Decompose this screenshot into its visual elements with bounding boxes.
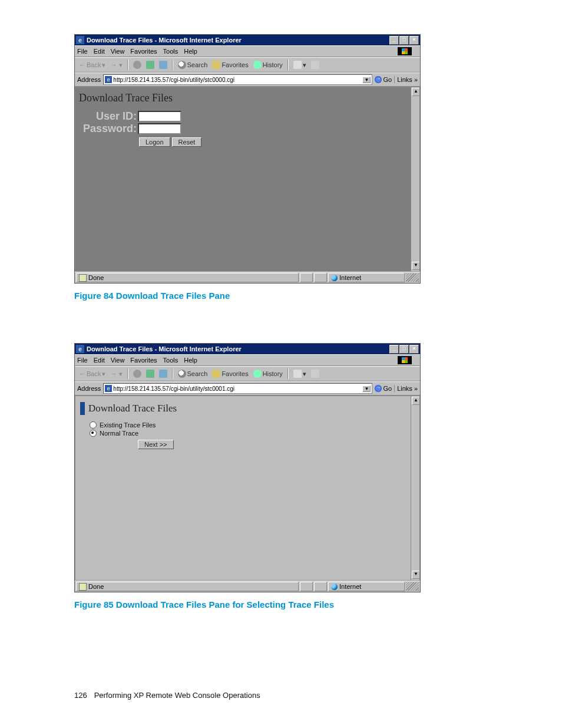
home-button[interactable] xyxy=(157,369,169,378)
scroll-up-icon[interactable]: ▲ xyxy=(412,88,420,96)
user-id-input[interactable] xyxy=(138,111,181,122)
menu-view[interactable]: View xyxy=(111,357,125,364)
internet-zone-icon xyxy=(331,275,338,281)
vertical-scrollbar[interactable]: ▲ ▼ xyxy=(411,396,419,580)
menu-help[interactable]: Help xyxy=(184,48,197,55)
figure-85-caption: Figure 85 Download Trace Files Pane for … xyxy=(74,599,488,610)
status-segment xyxy=(314,582,327,591)
stop-button[interactable] xyxy=(131,60,143,70)
ms-logo-icon xyxy=(398,47,412,55)
status-segment xyxy=(300,582,313,591)
menu-help[interactable]: Help xyxy=(184,357,197,364)
maximize-button[interactable]: □ xyxy=(399,36,409,45)
content-area-fig85: Download Trace Files Existing Trace File… xyxy=(75,396,420,581)
titlebar[interactable]: e Download Trace Files - Microsoft Inter… xyxy=(75,35,420,45)
menu-favorites[interactable]: Favorites xyxy=(130,48,157,55)
radio-existing-trace[interactable] xyxy=(90,421,97,429)
forward-button[interactable]: → ▾ xyxy=(108,370,124,378)
vertical-scrollbar[interactable]: ▲ ▼ xyxy=(411,87,419,271)
links-button[interactable]: Links » xyxy=(394,76,418,83)
address-bar: Address e http://158.214.135.57/cgi-bin/… xyxy=(75,73,420,87)
menu-view[interactable]: View xyxy=(111,48,125,55)
url-dropdown-icon[interactable]: ▼ xyxy=(362,77,371,83)
url-input[interactable]: e http://158.214.135.57/cgi-bin/utility/… xyxy=(103,383,372,394)
content-area-fig84: Download Trace Files User ID: Password: … xyxy=(75,87,420,272)
ms-logo-icon xyxy=(398,356,412,364)
maximize-button[interactable]: □ xyxy=(399,345,409,354)
back-button[interactable]: ← Back ▾ xyxy=(77,61,107,70)
home-button[interactable] xyxy=(157,60,169,70)
menu-edit[interactable]: Edit xyxy=(94,357,105,364)
page-heading: Download Trace Files xyxy=(75,87,419,110)
menu-favorites[interactable]: Favorites xyxy=(130,357,157,364)
scroll-down-icon[interactable]: ▼ xyxy=(412,262,420,270)
scroll-up-icon[interactable]: ▲ xyxy=(412,397,420,405)
password-label: Password: xyxy=(75,123,137,135)
statusbar: Done Internet xyxy=(75,581,420,592)
status-text: Done xyxy=(88,274,104,281)
mail-button[interactable]: ▾ xyxy=(292,60,308,70)
url-input[interactable]: e http://158.214.135.57/cgi-bin/utility/… xyxy=(103,74,372,85)
menubar: File Edit View Favorites Tools Help xyxy=(75,45,420,57)
history-button[interactable]: History xyxy=(252,60,285,70)
go-button[interactable]: Go xyxy=(375,385,392,392)
page-heading: Download Trace Files xyxy=(88,403,177,414)
radio-normal-label: Normal Trace xyxy=(100,430,138,437)
section-title: Performing XP Remote Web Console Operati… xyxy=(94,691,260,700)
resize-grip-icon[interactable] xyxy=(406,582,419,591)
minimize-button[interactable]: _ xyxy=(389,345,399,354)
refresh-button[interactable] xyxy=(144,60,156,70)
minimize-button[interactable]: _ xyxy=(389,36,399,45)
page-number: 126 xyxy=(74,691,92,700)
url-dropdown-icon[interactable]: ▼ xyxy=(362,386,371,392)
menu-file[interactable]: File xyxy=(77,48,88,55)
page-icon: e xyxy=(105,76,112,83)
ie-window-fig84: e Download Trace Files - Microsoft Inter… xyxy=(74,34,421,284)
titlebar[interactable]: e Download Trace Files - Microsoft Inter… xyxy=(75,344,420,354)
scroll-down-icon[interactable]: ▼ xyxy=(412,571,420,579)
toolbar-separator xyxy=(127,368,128,379)
statusbar: Done Internet xyxy=(75,272,420,283)
go-icon xyxy=(375,76,382,83)
search-button[interactable]: Search xyxy=(176,60,210,70)
menu-tools[interactable]: Tools xyxy=(163,357,178,364)
toolbar-separator xyxy=(287,368,289,379)
print-button[interactable] xyxy=(309,60,321,70)
resize-grip-icon[interactable] xyxy=(406,274,419,282)
go-icon xyxy=(375,385,382,392)
favorites-button[interactable]: Favorites xyxy=(210,369,250,378)
radio-normal-trace[interactable] xyxy=(90,430,97,437)
stop-button[interactable] xyxy=(131,369,143,378)
address-label: Address xyxy=(77,385,101,392)
back-button[interactable]: ← Back ▾ xyxy=(77,370,107,378)
search-button[interactable]: Search xyxy=(176,369,210,378)
menu-file[interactable]: File xyxy=(77,357,88,364)
mail-button[interactable]: ▾ xyxy=(292,369,308,378)
history-button[interactable]: History xyxy=(252,369,285,378)
menu-tools[interactable]: Tools xyxy=(163,48,178,55)
go-button[interactable]: Go xyxy=(375,76,392,83)
ie-app-icon: e xyxy=(76,36,84,44)
toolbar-separator xyxy=(172,60,173,70)
page-icon: e xyxy=(105,385,112,392)
logon-button[interactable]: Logon xyxy=(139,137,170,147)
menu-edit[interactable]: Edit xyxy=(94,48,105,55)
favorites-button[interactable]: Favorites xyxy=(210,60,250,70)
url-text: http://158.214.135.57/cgi-bin/utility/st… xyxy=(113,386,234,392)
status-text: Done xyxy=(88,583,104,590)
forward-button[interactable]: → ▾ xyxy=(108,61,124,70)
internet-zone-icon xyxy=(331,584,338,590)
links-button[interactable]: Links » xyxy=(394,385,418,392)
page-footer: 126 Performing XP Remote Web Console Ope… xyxy=(74,691,260,700)
toolbar: ← Back ▾ → ▾ Search Favorites History ▾ xyxy=(75,366,420,381)
next-button[interactable]: Next >> xyxy=(138,440,174,449)
print-button[interactable] xyxy=(309,369,321,378)
refresh-button[interactable] xyxy=(144,369,156,378)
url-text: http://158.214.135.57/cgi-bin/utility/st… xyxy=(113,77,234,83)
close-button[interactable]: × xyxy=(409,345,419,354)
toolbar-separator xyxy=(127,60,128,70)
password-input[interactable] xyxy=(138,123,181,134)
window-title: Download Trace Files - Microsoft Interne… xyxy=(87,37,389,44)
close-button[interactable]: × xyxy=(409,36,419,45)
reset-button[interactable]: Reset xyxy=(172,137,202,147)
